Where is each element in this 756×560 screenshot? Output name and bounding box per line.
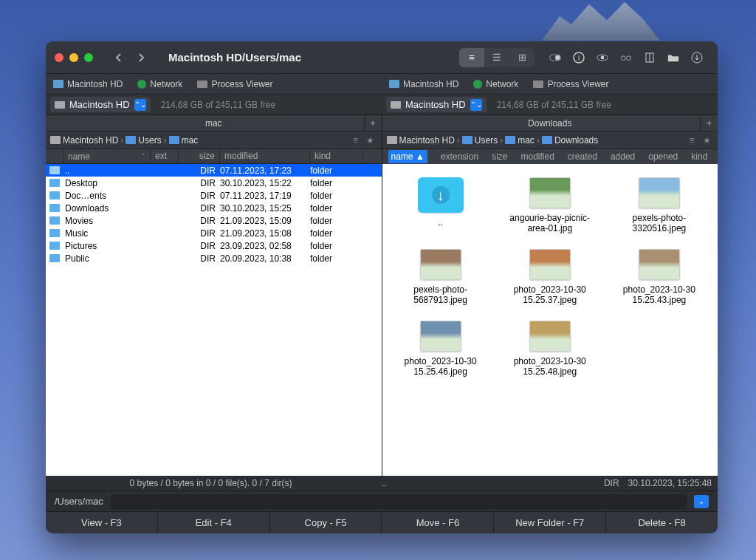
col-name[interactable]: name ▲ bbox=[388, 150, 427, 163]
table-row[interactable]: Doc…entsDIR07.11.2023, 17:19folder bbox=[46, 189, 382, 202]
table-row[interactable]: MoviesDIR21.09.2023, 15:09folder bbox=[46, 214, 382, 227]
breadcrumb-item[interactable]: Users bbox=[462, 135, 498, 146]
archive-icon[interactable] bbox=[638, 48, 662, 67]
binoculars-icon[interactable] bbox=[614, 48, 638, 67]
minimize-button[interactable] bbox=[69, 53, 78, 62]
col-added[interactable]: added bbox=[611, 151, 635, 162]
nav-back-button[interactable] bbox=[108, 48, 130, 67]
tab-network-left[interactable]: Network bbox=[134, 78, 185, 91]
file-list-left[interactable]: ..DIR07.11.2023, 17:23folderDesktopDIR30… bbox=[46, 164, 382, 476]
breadcrumb-item[interactable]: mac bbox=[169, 135, 199, 146]
table-row[interactable]: DownloadsDIR30.10.2023, 15:25folder bbox=[46, 202, 382, 214]
drive-dropdown-icon[interactable]: ⌃⌄ bbox=[134, 99, 146, 111]
file-label: .. bbox=[438, 217, 443, 228]
favorite-star-icon[interactable]: ★ bbox=[364, 134, 377, 147]
file-label: photo_2023-10-30 15.25.48.jpeg bbox=[502, 356, 598, 378]
hd-icon bbox=[387, 136, 397, 144]
drive-dropdown-icon[interactable]: ⌃⌄ bbox=[470, 99, 482, 111]
table-row[interactable]: PicturesDIR23.09.2023, 02:58folder bbox=[46, 239, 382, 252]
favorite-star-icon[interactable]: ★ bbox=[700, 134, 713, 147]
col-ext[interactable]: ext bbox=[151, 149, 179, 163]
download-icon[interactable] bbox=[685, 48, 709, 67]
tab-process-viewer-left[interactable]: Process Viewer bbox=[194, 78, 275, 91]
view-grid-icon[interactable]: ⊞ bbox=[509, 48, 535, 67]
fn-edit-button[interactable]: Edit - F4 bbox=[158, 512, 270, 533]
add-tab-button-left[interactable]: + bbox=[364, 115, 382, 132]
fn-copy-button[interactable]: Copy - F5 bbox=[270, 512, 382, 533]
command-dropdown-icon[interactable]: ⌄ bbox=[694, 495, 709, 508]
col-kind[interactable]: kind bbox=[691, 151, 707, 162]
table-row[interactable]: MusicDIR21.09.2023, 15:08folder bbox=[46, 227, 382, 239]
icon-grid-right[interactable]: ..angourie-bay-picnic-area-01.jpgpexels-… bbox=[382, 164, 718, 476]
col-modified[interactable]: modified bbox=[520, 151, 554, 162]
list-toggle-icon[interactable]: ≡ bbox=[685, 134, 698, 147]
network-icon bbox=[473, 80, 482, 89]
left-pane: mac + Macintosh HD › Users › mac ≡ ★ nam… bbox=[46, 115, 382, 476]
file-item[interactable]: pexels-photo-3320516.jpeg bbox=[608, 177, 710, 234]
breadcrumb-item[interactable]: Users bbox=[126, 135, 161, 146]
info-icon[interactable]: i bbox=[567, 48, 591, 67]
file-item[interactable]: photo_2023-10-30 15.25.37.jpeg bbox=[499, 249, 601, 306]
col-size[interactable]: size bbox=[492, 151, 507, 162]
folder-icon bbox=[49, 166, 60, 174]
table-row[interactable]: PublicDIR20.09.2023, 10:38folder bbox=[46, 252, 382, 264]
add-tab-button-right[interactable]: + bbox=[700, 115, 718, 132]
parent-folder-item[interactable]: .. bbox=[390, 177, 492, 234]
folder-header-right: Downloads + bbox=[382, 115, 718, 132]
breadcrumb-item[interactable]: Macintosh HD bbox=[387, 135, 455, 146]
col-kind[interactable]: kind bbox=[310, 149, 363, 163]
maximize-button[interactable] bbox=[84, 53, 93, 62]
view-list-icon[interactable]: ≡ bbox=[459, 48, 484, 67]
file-label: angourie-bay-picnic-area-01.jpg bbox=[502, 213, 598, 234]
drive-selector-left[interactable]: Macintosh HD ⌃⌄ bbox=[50, 97, 151, 112]
close-button[interactable] bbox=[55, 53, 63, 62]
toggle-icon[interactable] bbox=[543, 48, 567, 67]
file-name: .. bbox=[63, 165, 151, 176]
file-name: Downloads bbox=[63, 203, 151, 214]
file-name: Doc…ents bbox=[63, 191, 151, 201]
file-name: Music bbox=[63, 228, 151, 239]
nav-forward-button[interactable] bbox=[130, 48, 152, 67]
fn-newfolder-button[interactable]: New Folder - F7 bbox=[494, 512, 606, 533]
tab-network-right[interactable]: Network bbox=[470, 78, 521, 91]
sort-arrow-icon: ˄ bbox=[142, 153, 145, 160]
drive-icon bbox=[389, 80, 399, 88]
tab-macintosh-hd-left[interactable]: Macintosh HD bbox=[50, 78, 126, 91]
file-item[interactable]: angourie-bay-picnic-area-01.jpg bbox=[499, 177, 601, 234]
folder-icon bbox=[49, 204, 60, 212]
file-item[interactable]: photo_2023-10-30 15.25.43.jpeg bbox=[608, 249, 710, 306]
command-input[interactable] bbox=[111, 494, 687, 509]
col-created[interactable]: created bbox=[568, 151, 597, 162]
svg-point-1 bbox=[555, 55, 560, 60]
breadcrumb-item[interactable]: Macintosh HD bbox=[50, 135, 118, 146]
file-item[interactable]: photo_2023-10-30 15.25.48.jpeg bbox=[499, 321, 601, 378]
view-columns-icon[interactable]: ☰ bbox=[484, 48, 509, 67]
file-name: Movies bbox=[63, 216, 151, 226]
titlebar: Macintosh HD/Users/mac ≡ ☰ ⊞ i bbox=[46, 41, 718, 74]
breadcrumb-item[interactable]: mac bbox=[505, 135, 535, 146]
col-opened[interactable]: opened bbox=[648, 151, 678, 162]
table-row[interactable]: DesktopDIR30.10.2023, 15:22folder bbox=[46, 177, 382, 189]
fn-view-button[interactable]: View - F3 bbox=[46, 512, 158, 533]
fn-move-button[interactable]: Move - F6 bbox=[382, 512, 494, 533]
file-item[interactable]: photo_2023-10-30 15.25.46.jpeg bbox=[390, 321, 492, 378]
col-name[interactable]: name˄ bbox=[63, 149, 151, 163]
tabs-row: Macintosh HD Network Process Viewer Maci… bbox=[46, 74, 718, 95]
tab-macintosh-hd-right[interactable]: Macintosh HD bbox=[386, 78, 461, 91]
file-item[interactable]: pexels-photo-5687913.jpeg bbox=[390, 249, 492, 306]
folder-icon bbox=[49, 229, 60, 237]
col-extension[interactable]: extension bbox=[441, 151, 478, 162]
fn-delete-button[interactable]: Delete - F8 bbox=[606, 512, 718, 533]
breadcrumb-item[interactable]: Downloads bbox=[542, 135, 598, 146]
col-modified[interactable]: modified bbox=[220, 149, 310, 163]
image-thumbnail bbox=[420, 249, 461, 280]
column-header-left: name˄ ext size modified kind bbox=[46, 149, 382, 164]
icon-header-right: name ▲ extension size modified created a… bbox=[382, 149, 718, 164]
col-size[interactable]: size bbox=[179, 149, 220, 163]
tab-process-viewer-right[interactable]: Process Viewer bbox=[530, 78, 611, 91]
folder-toolbar-icon[interactable] bbox=[662, 48, 685, 67]
eye-icon[interactable] bbox=[591, 48, 614, 67]
table-row[interactable]: ..DIR07.11.2023, 17:23folder bbox=[46, 164, 382, 177]
drive-selector-right[interactable]: Macintosh HD ⌃⌄ bbox=[386, 97, 487, 112]
list-toggle-icon[interactable]: ≡ bbox=[349, 134, 362, 147]
